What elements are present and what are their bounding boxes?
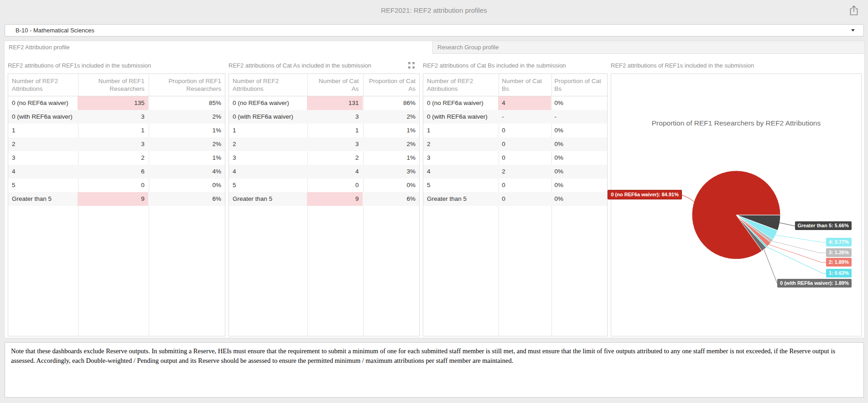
table-row: 500%	[229, 178, 419, 192]
table-cell: Greater than 5	[423, 192, 498, 206]
pie-label[interactable]: 3: 1.26%	[826, 248, 852, 257]
column-header: Proportion of Cat As	[363, 74, 419, 96]
table-cell: 3	[8, 151, 78, 165]
table-cell: 0 (with REF6a waiver)	[229, 110, 307, 124]
pie-label[interactable]: 4: 3.77%	[826, 238, 852, 246]
table-cell: 4	[229, 165, 307, 178]
pie-label[interactable]: Greater than 5: 5.66%	[795, 221, 852, 230]
table-cell: 4	[498, 96, 551, 110]
uoa-dropdown-value: B-10 - Mathematical Sciences	[16, 25, 94, 36]
table-row: 100%	[423, 124, 607, 137]
table-cell: 1	[229, 124, 307, 137]
pie-label[interactable]: 0 (no REF6a waiver): 84.91%	[608, 190, 682, 199]
page-title: REF2021: REF2 attribution profiles	[0, 6, 868, 14]
table-cell: -	[498, 110, 551, 124]
table-cell: 2	[78, 151, 148, 165]
chevron-down-icon	[851, 29, 855, 31]
table-cell: 6%	[363, 192, 419, 206]
table-cell: 5	[423, 178, 498, 192]
table-head-1: Number of REF2 AttributionsNumber of Cat…	[229, 74, 419, 96]
table-cell: 0	[498, 151, 551, 165]
table-cell: 4	[423, 165, 498, 178]
tab-research-group-profile[interactable]: Research Group profile	[432, 41, 864, 54]
table-cell: 6%	[148, 192, 225, 206]
table-row: Greater than 500%	[423, 192, 607, 206]
table-cell: 0 (no REF6a waiver)	[8, 96, 78, 110]
table-cell: 0	[498, 137, 551, 151]
table-cell: 85%	[148, 96, 225, 110]
table-row: 443%	[229, 165, 419, 178]
table-cell: 0	[498, 178, 551, 192]
column-header: Number of REF2 Attributions	[423, 74, 498, 96]
table-row: 200%	[423, 137, 607, 151]
table-body-2: 0 (no REF6a waiver)40%0 (with REF6a waiv…	[423, 96, 607, 206]
table-row: 500%	[423, 178, 607, 192]
table-cell: 2%	[148, 137, 225, 151]
table-row: 300%	[423, 151, 607, 165]
column-header: Proportion of Cat Bs	[551, 74, 607, 96]
table-cell: 3	[423, 151, 498, 165]
column-header: Number of Cat As	[307, 74, 362, 96]
table-catas-panel: Number of REF2 AttributionsNumber of Cat…	[229, 73, 420, 336]
table-cell: 1%	[148, 124, 225, 137]
table-row: 111%	[8, 124, 225, 137]
pie-panel-caption: REF2 attributions of REF1s included in t…	[611, 62, 754, 69]
table-cell: 1%	[148, 151, 225, 165]
table-cell: 0	[498, 124, 551, 137]
table-row: 0 (no REF6a waiver)13186%	[229, 96, 419, 110]
pie-label[interactable]: 1: 0.63%	[826, 269, 852, 277]
pie-chart-panel: Proportion of REF1 Researchers by REF2 A…	[611, 73, 862, 336]
table-cell: 0%	[551, 151, 607, 165]
table-cell: 1%	[363, 124, 419, 137]
table-cell: 2%	[363, 110, 419, 124]
tab-label: Research Group profile	[433, 41, 864, 54]
table-cell: 2%	[148, 110, 225, 124]
table-cell: 9	[78, 192, 148, 206]
table-cell: 2	[498, 165, 551, 178]
table-cell: 9	[307, 192, 362, 206]
table-cell: 1	[8, 124, 78, 137]
share-icon	[849, 5, 859, 16]
table-cell: 5	[229, 178, 307, 192]
table-cell: 0	[78, 178, 148, 192]
table-cell: 0 (no REF6a waiver)	[423, 96, 498, 110]
table-cell: 2%	[363, 137, 419, 151]
pie-label[interactable]: 2: 1.89%	[826, 258, 852, 267]
tab-label: REF2 Attribution profile	[9, 41, 70, 54]
table-catbs-caption: REF2 attributions of Cat Bs included in …	[423, 62, 566, 69]
table-cell: 2	[307, 151, 362, 165]
table-cell: 0%	[363, 178, 419, 192]
table-cell: 3	[229, 151, 307, 165]
export-button[interactable]	[849, 5, 859, 16]
uoa-dropdown[interactable]: B-10 - Mathematical Sciences	[5, 24, 864, 37]
table-head-0: Number of REF2 AttributionsNumber of REF…	[8, 74, 225, 96]
table-cell: 3	[307, 137, 362, 151]
table-cell: 0%	[551, 137, 607, 151]
column-header: Number of REF1 Researchers	[78, 74, 148, 96]
table-head-2: Number of REF2 AttributionsNumber of Cat…	[423, 74, 607, 96]
table-row: 420%	[423, 165, 607, 178]
column-header: Number of Cat Bs	[498, 74, 551, 96]
table-row: 321%	[8, 151, 225, 165]
tab-ref2-attribution-profile[interactable]: REF2 Attribution profile	[9, 41, 70, 54]
table-row: Greater than 596%	[8, 192, 225, 206]
table-row: 321%	[229, 151, 419, 165]
table-row: 0 (with REF6a waiver)--	[423, 110, 607, 124]
fullscreen-button[interactable]	[408, 62, 415, 69]
table-cell: 2	[229, 137, 307, 151]
table-cell: 6	[78, 165, 148, 178]
table-cell: 3	[78, 110, 148, 124]
table-cell: 1%	[363, 151, 419, 165]
table-cell: 131	[307, 96, 362, 110]
table-cell: Greater than 5	[229, 192, 307, 206]
table-cell: Greater than 5	[8, 192, 78, 206]
pie-label[interactable]: 0 (with REF6a waiver): 1.89%	[777, 279, 852, 288]
table-catas-caption: REF2 attributions of Cat As included in …	[229, 62, 371, 69]
column-header: Number of REF2 Attributions	[229, 74, 307, 96]
table-cell: 135	[78, 96, 148, 110]
table-body-1: 0 (no REF6a waiver)13186%0 (with REF6a w…	[229, 96, 419, 206]
table-cell: 1	[307, 124, 362, 137]
table-row: 111%	[229, 124, 419, 137]
table-cell: 0	[307, 178, 362, 192]
table-row: 232%	[8, 137, 225, 151]
